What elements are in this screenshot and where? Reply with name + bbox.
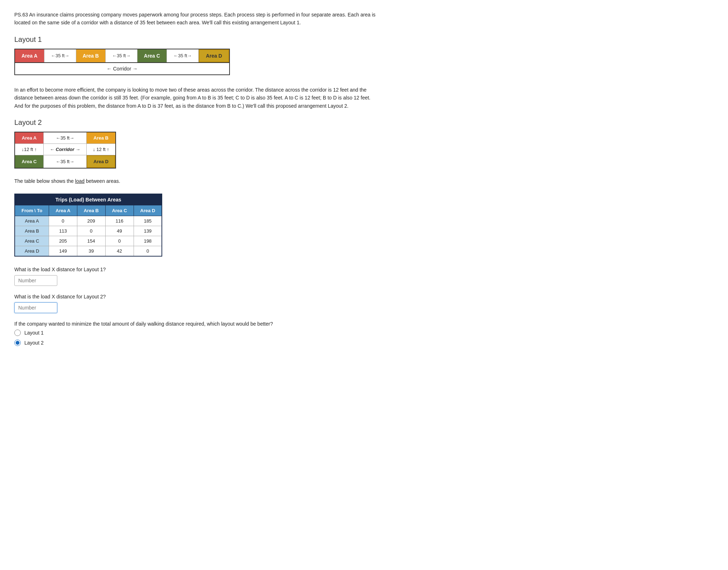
q1-section: What is the load X distance for Layout 1… [14, 267, 380, 286]
layout1-option[interactable]: Layout 1 [14, 330, 380, 336]
table-col-d: Area D [134, 205, 162, 216]
layout-radio-group: Layout 1 Layout 2 [14, 330, 380, 346]
layout1-diagram: Area A ←35 ft→ Area B ←35 ft→ Area C ←35… [14, 49, 230, 75]
q2-section: What is the load X distance for Layout 2… [14, 294, 380, 313]
q1-text: What is the load X distance for Layout 1… [14, 267, 380, 272]
table-col-c: Area C [105, 205, 134, 216]
table-row-header-0: Area A [15, 216, 49, 226]
layout1-input[interactable] [14, 275, 57, 286]
layout2-area-b: Area B [87, 132, 115, 144]
table-row-header-2: Area C [15, 236, 49, 246]
table-cell-3-3: 0 [134, 246, 162, 257]
table-cell-1-3: 139 [134, 226, 162, 236]
table-row-header-3: Area D [15, 246, 49, 257]
layout1-area-b: Area B [76, 49, 105, 62]
layout2-dist-bottom: ←35 ft→ [44, 155, 87, 168]
table-cell-1-2: 49 [105, 226, 134, 236]
table-col-a: Area A [49, 205, 77, 216]
q3-section: If the company wanted to minimize the to… [14, 321, 380, 346]
trips-table: Trips (Load) Between Areas From \ To Are… [14, 194, 162, 257]
layout1-radio[interactable] [14, 330, 21, 336]
trips-table-container: Trips (Load) Between Areas From \ To Are… [14, 194, 380, 257]
problem-intro: PS.63 An insurance claims processing com… [14, 11, 380, 27]
table-row: Area C2051540198 [15, 236, 162, 246]
table-cell-0-2: 116 [105, 216, 134, 226]
table-row: Area D14939420 [15, 246, 162, 257]
layout-description: In an effort to become more efficient, t… [14, 86, 380, 110]
table-intro: The table below shows the load between a… [14, 177, 380, 185]
q3-text: If the company wanted to minimize the to… [14, 321, 380, 327]
table-row-header-1: Area B [15, 226, 49, 236]
layout1-area-c: Area C [138, 49, 167, 62]
table-col-b: Area B [77, 205, 105, 216]
layout2-option[interactable]: Layout 2 [14, 340, 380, 346]
table-cell-2-2: 0 [105, 236, 134, 246]
layout2-title: Layout 2 [14, 118, 380, 127]
layout1-area-d: Area D [199, 49, 229, 62]
table-cell-3-0: 149 [49, 246, 77, 257]
layout1-area-a: Area A [15, 49, 44, 62]
table-cell-2-3: 198 [134, 236, 162, 246]
layout2-input[interactable] [14, 302, 57, 313]
layout1-radio-label: Layout 1 [24, 330, 44, 336]
layout2-radio[interactable] [14, 340, 21, 346]
load-underline: load [75, 178, 85, 184]
layout2-dist-right: ↓ 12 ft ↑ [87, 144, 115, 155]
layout1-dist-1: ←35 ft→ [44, 49, 76, 62]
table-cell-3-2: 42 [105, 246, 134, 257]
layout1-title: Layout 1 [14, 35, 380, 44]
layout1-corridor: ← Corridor → [15, 62, 229, 74]
table-cell-3-1: 39 [77, 246, 105, 257]
table-from-to-header: From \ To [15, 205, 49, 216]
layout2-area-c: Area C [15, 155, 44, 168]
layout1-dist-2: ←35 ft→ [105, 49, 138, 62]
table-cell-0-0: 0 [49, 216, 77, 226]
table-cell-0-3: 185 [134, 216, 162, 226]
layout2-area-a: Area A [15, 132, 44, 144]
table-cell-0-1: 209 [77, 216, 105, 226]
table-cell-2-1: 154 [77, 236, 105, 246]
table-cell-1-1: 0 [77, 226, 105, 236]
layout2-dist-left: ↓12 ft ↑ [15, 144, 44, 155]
table-row: Area A0209116185 [15, 216, 162, 226]
layout2-diagram: Area A ←35 ft→ Area B ↓12 ft ↑ ← Corrido… [14, 132, 116, 169]
table-cell-2-0: 205 [49, 236, 77, 246]
layout2-dist-top: ←35 ft→ [44, 132, 87, 144]
layout2-area-d: Area D [87, 155, 115, 168]
layout2-radio-label: Layout 2 [24, 340, 44, 346]
table-row: Area B113049139 [15, 226, 162, 236]
layout2-corridor: ← Corridor → [44, 144, 87, 155]
table-title: Trips (Load) Between Areas [15, 194, 162, 205]
q2-text: What is the load X distance for Layout 2… [14, 294, 380, 299]
table-cell-1-0: 113 [49, 226, 77, 236]
layout1-dist-3: ←35 ft→ [167, 49, 199, 62]
